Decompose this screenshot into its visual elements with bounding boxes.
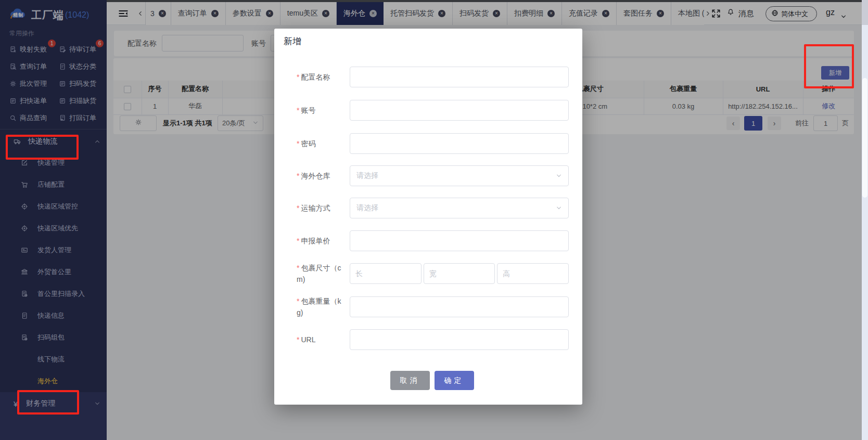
required-asterisk: *: [297, 139, 299, 148]
required-asterisk: *: [297, 106, 299, 114]
dialog-title: 新增: [284, 35, 301, 47]
account-input[interactable]: [350, 100, 569, 121]
required-asterisk: *: [297, 264, 299, 272]
form-row-warehouse: *海外仓库 请选择: [297, 165, 569, 186]
app-window: 精制 工厂端 (1042) 常用操作 映射失败1待审订单6查询订单状态分类批次管…: [0, 0, 868, 440]
form-row-password: *密码: [297, 133, 569, 154]
transport-placeholder: 请选择: [356, 203, 378, 213]
transport-label: 运输方式: [301, 204, 330, 212]
cancel-button[interactable]: 取消: [390, 371, 430, 390]
declare-price-label: 申报单价: [301, 237, 330, 245]
package-height-input[interactable]: [497, 263, 569, 284]
form-row-declare-price: *申报单价: [297, 230, 569, 251]
config-name-label: 配置名称: [301, 73, 330, 81]
package-width-input[interactable]: [424, 263, 495, 284]
add-dialog: 新增 *配置名称 *账号 *密码 *海外仓库 请选择 *运输方式 请选择: [274, 29, 582, 405]
chevron-down-icon: [556, 173, 562, 179]
warehouse-select[interactable]: 请选择: [350, 165, 569, 186]
form-row-config-name: *配置名称: [297, 67, 569, 87]
url-label: URL: [301, 335, 315, 344]
config-name-input[interactable]: [350, 67, 569, 87]
annotation-box-express-logistics: [6, 135, 79, 160]
required-asterisk: *: [297, 172, 299, 180]
required-asterisk: *: [297, 204, 299, 212]
declare-price-input[interactable]: [350, 230, 569, 251]
warehouse-label: 海外仓库: [301, 172, 330, 180]
confirm-button[interactable]: 确定: [435, 371, 474, 390]
required-asterisk: *: [297, 297, 299, 305]
warehouse-placeholder: 请选择: [356, 171, 378, 180]
form-row-package-weight: *包裹重量（kg): [297, 296, 569, 317]
required-asterisk: *: [297, 237, 299, 245]
password-label: 密码: [301, 139, 315, 148]
scrollbar-top: [862, 0, 868, 25]
annotation-box-overseas-warehouse: [17, 390, 79, 415]
scrollbar[interactable]: [862, 0, 868, 440]
form-row-url: *URL: [297, 329, 569, 350]
password-input[interactable]: [350, 133, 569, 154]
required-asterisk: *: [297, 73, 299, 81]
annotation-box-add-button: [804, 44, 854, 88]
package-size-label: 包裹尺寸（cm): [297, 264, 341, 283]
form-row-package-size: *包裹尺寸（cm): [297, 263, 569, 284]
chevron-down-icon: [556, 205, 562, 211]
package-weight-input[interactable]: [350, 296, 569, 317]
form-row-account: *账号: [297, 100, 569, 121]
transport-select[interactable]: 请选择: [350, 198, 569, 218]
scrollbar-thumb[interactable]: [862, 78, 867, 198]
url-input[interactable]: [350, 329, 569, 350]
package-length-input[interactable]: [350, 263, 422, 284]
account-label: 账号: [301, 106, 315, 114]
required-asterisk: *: [297, 335, 299, 344]
package-weight-label: 包裹重量（kg): [297, 297, 341, 317]
form-row-transport: *运输方式 请选择: [297, 198, 569, 218]
